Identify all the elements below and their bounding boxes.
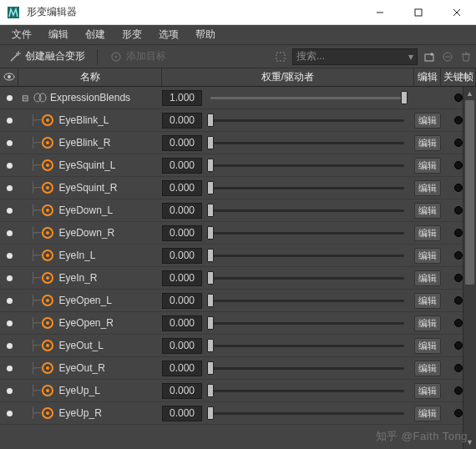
target-row[interactable]: ├─EyeSquint_R0.000编辑 xyxy=(0,177,476,199)
weight-value[interactable]: 0.000 xyxy=(162,293,202,309)
weight-value[interactable]: 0.000 xyxy=(162,248,202,264)
keyframe-dot[interactable] xyxy=(454,409,463,417)
weight-value[interactable]: 1.000 xyxy=(162,90,202,106)
weight-slider[interactable] xyxy=(210,255,404,257)
weight-slider[interactable] xyxy=(210,97,404,99)
target-row[interactable]: ├─EyeOpen_R0.000编辑 xyxy=(0,312,476,335)
new-group-icon[interactable] xyxy=(423,50,436,63)
target-row[interactable]: ├─EyeDown_R0.000编辑 xyxy=(0,222,476,245)
keyframe-dot[interactable] xyxy=(454,206,463,214)
minimize-button[interactable] xyxy=(361,0,399,25)
column-key[interactable]: 关键帧 xyxy=(441,68,476,86)
weight-value[interactable]: 0.000 xyxy=(162,203,202,219)
menu-edit[interactable]: 编辑 xyxy=(42,26,75,43)
keyframe-dot[interactable] xyxy=(454,116,463,124)
target-row[interactable]: ├─EyeIn_R0.000编辑 xyxy=(0,267,476,290)
weight-value[interactable]: 0.000 xyxy=(162,135,202,151)
edit-button[interactable]: 编辑 xyxy=(414,158,441,174)
group-row[interactable]: ⊟ExpressionBlends1.000 xyxy=(0,87,476,109)
expand-toggle[interactable]: ⊟ xyxy=(20,93,30,103)
visibility-dot[interactable] xyxy=(7,95,13,101)
weight-slider[interactable] xyxy=(210,164,404,167)
edit-button[interactable]: 编辑 xyxy=(414,203,441,219)
target-row[interactable]: ├─EyeOut_R0.000编辑 xyxy=(0,357,476,380)
select-icon[interactable] xyxy=(274,50,287,63)
create-blendshape-button[interactable]: 创建融合变形 xyxy=(3,48,90,65)
weight-slider[interactable] xyxy=(210,277,404,280)
edit-button[interactable]: 编辑 xyxy=(414,383,441,399)
keyframe-dot[interactable] xyxy=(454,93,463,102)
visibility-dot[interactable] xyxy=(7,366,13,371)
visibility-dot[interactable] xyxy=(7,275,13,281)
menu-options[interactable]: 选项 xyxy=(152,26,185,43)
column-weight[interactable]: 权重/驱动者 xyxy=(162,68,414,86)
weight-value[interactable]: 0.000 xyxy=(162,270,202,286)
weight-value[interactable]: 0.000 xyxy=(162,338,202,354)
edit-button[interactable]: 编辑 xyxy=(414,135,441,151)
edit-button[interactable]: 编辑 xyxy=(414,270,441,286)
edit-button[interactable]: 编辑 xyxy=(414,293,441,309)
visibility-dot[interactable] xyxy=(7,298,13,304)
edit-button[interactable]: 编辑 xyxy=(414,406,441,421)
search-input[interactable]: 搜索... ▾ xyxy=(292,48,418,65)
weight-slider[interactable] xyxy=(210,412,404,415)
close-button[interactable] xyxy=(438,0,476,25)
weight-value[interactable]: 0.000 xyxy=(162,315,202,331)
menu-create[interactable]: 创建 xyxy=(78,26,112,43)
target-row[interactable]: ├─EyeSquint_L0.000编辑 xyxy=(0,154,476,177)
keyframe-dot[interactable] xyxy=(454,364,463,372)
visibility-dot[interactable] xyxy=(7,411,13,416)
scroll-down-icon[interactable]: ▼ xyxy=(463,436,476,449)
weight-slider[interactable] xyxy=(210,232,404,235)
visibility-dot[interactable] xyxy=(7,140,13,146)
visibility-dot[interactable] xyxy=(7,185,13,191)
visibility-dot[interactable] xyxy=(7,163,13,169)
weight-slider[interactable] xyxy=(210,322,404,325)
weight-value[interactable]: 0.000 xyxy=(162,158,202,174)
target-row[interactable]: ├─EyeBlink_R0.000编辑 xyxy=(0,132,476,154)
visibility-dot[interactable] xyxy=(7,343,13,349)
keyframe-dot[interactable] xyxy=(454,296,463,305)
visibility-dot[interactable] xyxy=(7,320,13,326)
scrollbar-thumb[interactable] xyxy=(465,100,474,285)
edit-button[interactable]: 编辑 xyxy=(414,248,441,264)
weight-slider[interactable] xyxy=(210,390,404,392)
weight-value[interactable]: 0.000 xyxy=(162,406,202,421)
weight-value[interactable]: 0.000 xyxy=(162,383,202,399)
keyframe-dot[interactable] xyxy=(454,251,463,260)
keyframe-dot[interactable] xyxy=(454,139,463,147)
target-row[interactable]: ├─EyeUp_L0.000编辑 xyxy=(0,380,476,402)
weight-slider[interactable] xyxy=(210,209,404,212)
keyframe-dot[interactable] xyxy=(454,341,463,350)
edit-button[interactable]: 编辑 xyxy=(414,225,441,241)
target-row[interactable]: ├─EyeBlink_L0.000编辑 xyxy=(0,109,476,132)
target-row[interactable]: ├─EyeDown_L0.000编辑 xyxy=(0,199,476,222)
add-target-button[interactable]: 添加目标 xyxy=(104,48,171,65)
target-row[interactable]: ├─EyeOut_L0.000编辑 xyxy=(0,335,476,357)
weight-slider[interactable] xyxy=(210,142,404,144)
maximize-button[interactable] xyxy=(399,0,438,25)
trash-icon[interactable] xyxy=(459,50,473,63)
edit-button[interactable]: 编辑 xyxy=(414,315,441,331)
menu-help[interactable]: 帮助 xyxy=(189,26,222,43)
visibility-dot[interactable] xyxy=(7,118,13,124)
weight-value[interactable]: 0.000 xyxy=(162,180,202,196)
weight-value[interactable]: 0.000 xyxy=(162,113,202,129)
weight-slider[interactable] xyxy=(210,345,404,347)
menu-shape[interactable]: 形变 xyxy=(115,26,149,43)
column-name[interactable]: 名称 xyxy=(18,68,162,86)
duplicate-icon[interactable] xyxy=(441,50,454,63)
keyframe-dot[interactable] xyxy=(454,229,463,237)
edit-button[interactable]: 编辑 xyxy=(414,180,441,196)
menu-file[interactable]: 文件 xyxy=(5,26,38,43)
visibility-dot[interactable] xyxy=(7,388,13,394)
edit-button[interactable]: 编辑 xyxy=(414,113,441,129)
target-row[interactable]: ├─EyeIn_L0.000编辑 xyxy=(0,245,476,267)
weight-value[interactable]: 0.000 xyxy=(162,361,202,376)
target-row[interactable]: ├─EyeUp_R0.000编辑 xyxy=(0,402,476,425)
vertical-scrollbar[interactable]: ▲ ▼ xyxy=(463,87,476,449)
edit-button[interactable]: 编辑 xyxy=(414,361,441,376)
visibility-dot[interactable] xyxy=(7,208,13,214)
edit-button[interactable]: 编辑 xyxy=(414,338,441,354)
weight-slider[interactable] xyxy=(210,367,404,370)
